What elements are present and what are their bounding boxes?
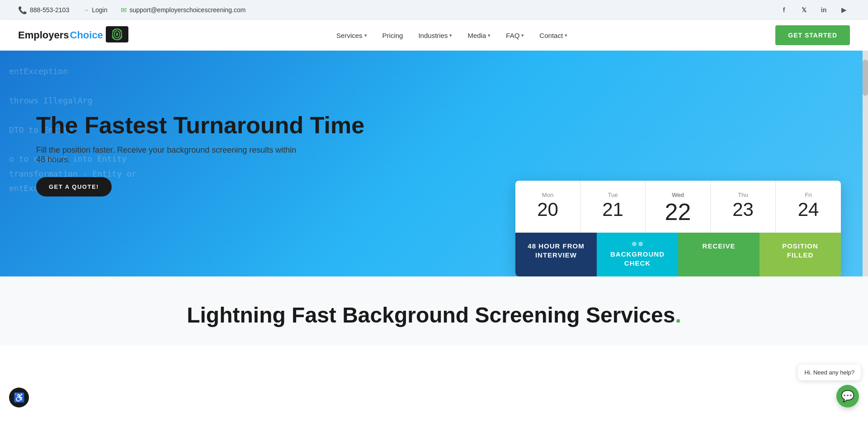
label-48hour: 48 HOUR FROMINTERVIEW (515, 233, 597, 276)
scrollbar-thumb[interactable] (863, 60, 868, 96)
bottom-title: Lightning Fast Background Screening Serv… (36, 304, 832, 327)
top-bar-left: 📞 888-553-2103 → Login ✉ support@employe… (18, 6, 245, 14)
logo-employers: Employers (18, 29, 69, 41)
logo-choice: Choice (70, 29, 103, 41)
top-bar: 📞 888-553-2103 → Login ✉ support@employe… (0, 0, 868, 20)
contact-chevron: ▾ (565, 33, 567, 38)
social-links: f 𝕏 in ▶ (778, 4, 850, 16)
nav-faq[interactable]: FAQ ▾ (500, 28, 530, 43)
login-link[interactable]: Login (92, 6, 107, 14)
hero-title: The Fastest Turnaround Time (36, 112, 364, 138)
linkedin-icon[interactable]: in (817, 4, 830, 16)
logo[interactable]: Employers Choice (18, 26, 128, 44)
header: Employers Choice Services ▾ Pricing Indu… (0, 20, 868, 51)
nav-services[interactable]: Services ▾ (330, 28, 373, 43)
services-chevron: ▾ (364, 33, 367, 38)
arrow-icon: → (83, 6, 89, 14)
email-icon: ✉ (121, 6, 127, 14)
facebook-icon[interactable]: f (778, 4, 790, 16)
label-position-filled: POSITIONFILLED (760, 233, 841, 276)
bottom-title-accent: . (675, 303, 681, 327)
nav-pricing[interactable]: Pricing (376, 28, 410, 43)
hero-content: The Fastest Turnaround Time Fill the pos… (0, 112, 868, 215)
twitter-icon[interactable]: 𝕏 (797, 4, 810, 16)
hero-section: entException throws IllegalArg DTO to En… (0, 51, 868, 276)
bottom-title-text: Lightning Fast Background Screening Serv… (187, 303, 675, 327)
main-nav: Services ▾ Pricing Industries ▾ Media ▾ … (330, 28, 574, 43)
dot-1 (632, 242, 637, 246)
get-started-button[interactable]: GET STARTED (775, 25, 850, 45)
email-address: support@employerschoicescreening.com (129, 6, 245, 14)
phone-number: 888-553-2103 (30, 6, 69, 14)
faq-chevron: ▾ (521, 33, 524, 38)
teal-dots (632, 242, 643, 246)
svg-point-3 (116, 33, 118, 36)
bottom-section: Lightning Fast Background Screening Serv… (0, 276, 868, 346)
email-item[interactable]: ✉ support@employerschoicescreening.com (121, 6, 245, 14)
get-quote-button[interactable]: GET A QUOTE! (36, 177, 112, 196)
dot-2 (638, 242, 643, 246)
media-chevron: ▾ (488, 33, 491, 38)
label-receive: RECEIVE (678, 233, 760, 276)
nav-media[interactable]: Media ▾ (461, 28, 497, 43)
login-item[interactable]: → Login (83, 6, 107, 14)
nav-industries[interactable]: Industries ▾ (412, 28, 458, 43)
hero-subtitle: Fill the position faster. Receive your b… (36, 145, 307, 164)
industries-chevron: ▾ (449, 33, 452, 38)
phone-item[interactable]: 📞 888-553-2103 (18, 6, 69, 14)
label-background-check: BACKGROUNDCHECK (597, 233, 678, 276)
youtube-icon[interactable]: ▶ (837, 4, 850, 16)
logo-fingerprint-icon (106, 26, 128, 44)
nav-contact[interactable]: Contact ▾ (533, 28, 574, 43)
calendar-labels: 48 HOUR FROMINTERVIEW BACKGROUNDCHECK RE… (515, 233, 841, 276)
phone-icon: 📞 (18, 6, 27, 14)
